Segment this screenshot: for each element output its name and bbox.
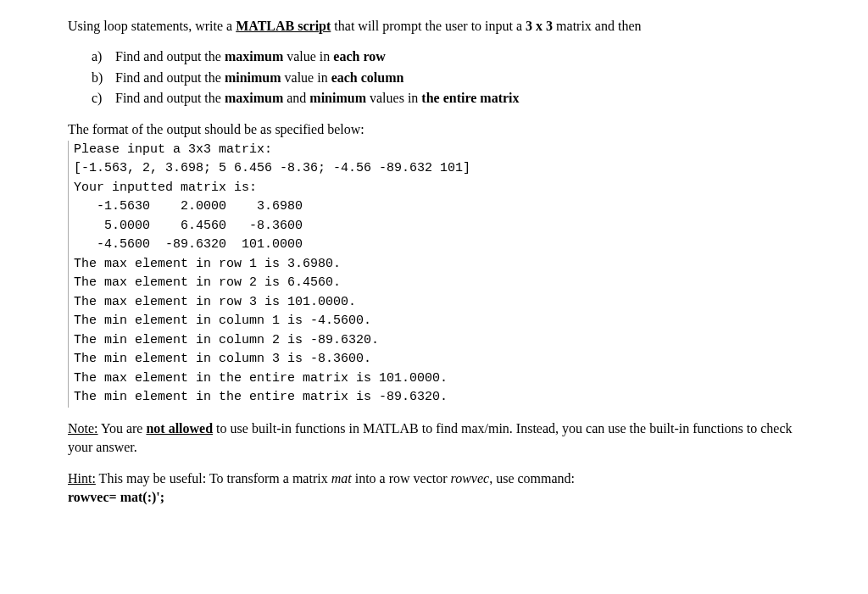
output-example: Please input a 3x3 matrix: [-1.563, 2, 3… <box>68 141 800 408</box>
hint-text-3: , use command: <box>489 471 575 486</box>
task-c-key3: the entire matrix <box>421 91 519 105</box>
task-c-mid: values in <box>366 91 421 105</box>
hint-var-mat: mat <box>331 471 352 486</box>
task-b-marker: b) <box>92 69 115 87</box>
task-a-pre: Find and output the <box>115 49 225 64</box>
intro-text-1: Using loop statements, write a <box>68 19 236 33</box>
note-paragraph: Note: You are not allowed to use built-i… <box>68 419 800 458</box>
note-text-1: You are <box>98 421 147 436</box>
task-b-key2: each column <box>331 70 404 85</box>
task-b-mid: value in <box>281 70 331 85</box>
task-b-pre: Find and output the <box>115 70 225 85</box>
task-c-key2: minimum <box>309 91 366 105</box>
task-c-key1: maximum <box>225 91 283 105</box>
hint-paragraph: Hint: This may be useful: To transform a… <box>68 469 800 508</box>
intro-emphasis-size: 3 x 3 <box>526 19 553 33</box>
task-a: a)Find and output the maximum value in e… <box>92 47 800 66</box>
hint-text-1: This may be useful: To transform a matri… <box>96 471 331 486</box>
task-a-key1: maximum <box>225 49 283 64</box>
intro-text-3: matrix and then <box>553 19 641 33</box>
intro-paragraph: Using loop statements, write a MATLAB sc… <box>68 17 800 36</box>
hint-text-2: into a row vector <box>352 471 451 486</box>
hint-command: rowvec= mat(:)'; <box>68 490 164 504</box>
note-label: Note: <box>68 421 98 436</box>
hint-var-rowvec: rowvec <box>451 471 490 486</box>
task-c: c)Find and output the maximum and minimu… <box>92 89 800 108</box>
task-a-mid: value in <box>283 49 333 64</box>
task-c-pre: Find and output the <box>115 91 225 105</box>
task-c-and: and <box>283 91 309 105</box>
intro-emphasis-script: MATLAB script <box>236 19 331 33</box>
format-label: The format of the output should be as sp… <box>68 120 800 139</box>
task-c-marker: c) <box>92 89 115 108</box>
task-a-marker: a) <box>92 47 115 66</box>
hint-label: Hint: <box>68 471 96 486</box>
task-b: b)Find and output the minimum value in e… <box>92 69 800 87</box>
task-a-key2: each row <box>333 49 385 64</box>
task-b-key1: minimum <box>225 70 281 85</box>
note-emphasis: not allowed <box>146 421 213 436</box>
task-list: a)Find and output the maximum value in e… <box>92 47 800 108</box>
intro-text-2: that will prompt the user to input a <box>331 19 526 33</box>
